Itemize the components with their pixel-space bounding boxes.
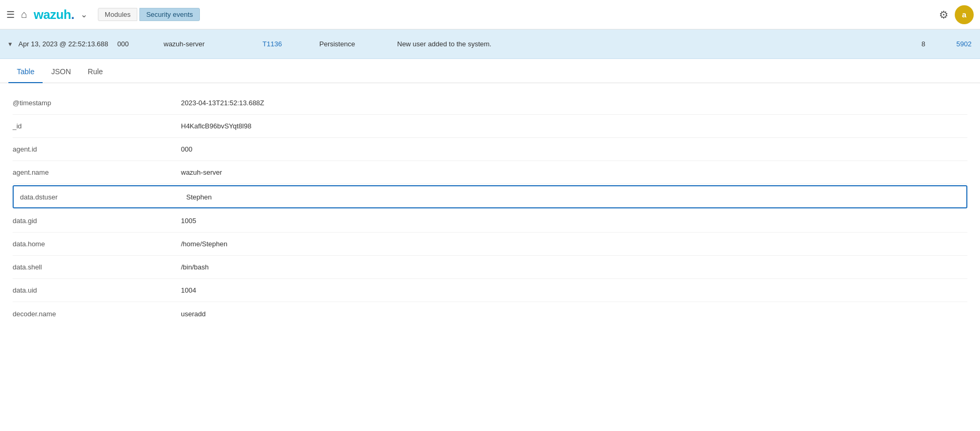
top-nav: ☰ ⌂ wazuh. ⌄ Modules Security events ⚙ a	[0, 0, 980, 29]
event-agent-id: 000	[117, 40, 159, 48]
field-key: @timestamp	[13, 97, 181, 109]
settings-icon[interactable]: ⚙	[939, 8, 948, 21]
field-key: data.shell	[13, 261, 181, 273]
field-row: agent.id000	[13, 138, 967, 161]
field-value: 2023-04-13T21:52:13.688Z	[181, 97, 967, 109]
field-row: data.uid1004	[13, 279, 967, 302]
hamburger-icon[interactable]: ☰	[6, 9, 15, 21]
field-row: data.gid1005	[13, 209, 967, 233]
field-key: agent.id	[13, 143, 181, 155]
field-value: 1004	[181, 284, 967, 296]
tab-table[interactable]: Table	[8, 61, 43, 83]
event-technique[interactable]: T1136	[262, 40, 315, 48]
nav-dropdown-button[interactable]: ⌄	[80, 9, 87, 19]
field-key: data.dstuser	[18, 191, 186, 203]
home-icon[interactable]: ⌂	[21, 8, 27, 21]
field-key: agent.name	[13, 166, 181, 178]
event-timestamp: Apr 13, 2023 @ 22:52:13.688	[18, 40, 113, 48]
field-value: 000	[181, 143, 967, 155]
field-key: data.gid	[13, 215, 181, 227]
breadcrumb-modules[interactable]: Modules	[98, 8, 137, 21]
event-row: ▾ Apr 13, 2023 @ 22:52:13.688 000 wazuh-…	[0, 29, 980, 59]
field-key: decoder.name	[13, 307, 181, 320]
event-level: 8	[894, 40, 925, 48]
field-value: /bin/bash	[181, 261, 967, 273]
field-value: wazuh-server	[181, 166, 967, 178]
field-row: _idH4KaflcB96bvSYqt8l98	[13, 115, 967, 138]
event-agent-name: wazuh-server	[164, 40, 258, 48]
field-row: data.dstuserStephen	[13, 185, 967, 208]
field-row: data.home/home/Stephen	[13, 233, 967, 256]
field-row: agent.namewazuh-server	[13, 161, 967, 184]
avatar[interactable]: a	[955, 5, 974, 24]
field-value: /home/Stephen	[181, 238, 967, 250]
field-row: data.shell/bin/bash	[13, 256, 967, 279]
field-row: decoder.nameuseradd	[13, 302, 967, 325]
table-content: @timestamp2023-04-13T21:52:13.688Z_idH4K…	[0, 83, 980, 334]
field-value: Stephen	[186, 191, 962, 203]
field-value: H4KaflcB96bvSYqt8l98	[181, 120, 967, 132]
field-value: 1005	[181, 215, 967, 227]
breadcrumb-current: Security events	[139, 8, 200, 21]
event-row-toggle[interactable]: ▾	[8, 40, 12, 48]
tab-rule[interactable]: Rule	[79, 61, 112, 83]
field-key: _id	[13, 120, 181, 132]
tab-json[interactable]: JSON	[43, 61, 79, 83]
field-key: data.uid	[13, 284, 181, 296]
event-tactic: Persistence	[319, 40, 393, 48]
field-value: useradd	[181, 307, 967, 320]
breadcrumb: Modules Security events	[98, 8, 200, 21]
field-row: @timestamp2023-04-13T21:52:13.688Z	[13, 92, 967, 115]
logo: wazuh.	[34, 7, 74, 22]
tabs-bar: TableJSONRule	[0, 61, 980, 83]
event-description: New user added to the system.	[397, 40, 890, 48]
field-key: data.home	[13, 238, 181, 250]
event-rule-id[interactable]: 5902	[930, 40, 972, 48]
